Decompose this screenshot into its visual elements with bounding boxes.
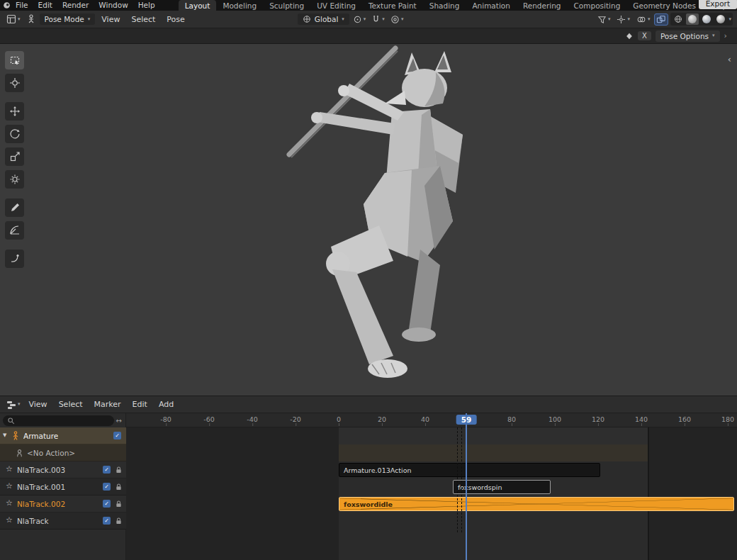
strip-preview-dash: [457, 427, 458, 532]
lock-icon[interactable]: [115, 500, 123, 508]
snap-dropdown[interactable]: ▾: [369, 13, 387, 26]
solo-star-icon[interactable]: ☆: [6, 515, 13, 525]
nla-menu-add[interactable]: Add: [154, 398, 179, 410]
tab-animation[interactable]: Animation: [466, 0, 517, 11]
channel-label: NlaTrack.003: [17, 466, 65, 474]
visibility-filter-dropdown[interactable]: ▾: [595, 13, 613, 26]
channel-checkbox[interactable]: ✓: [113, 432, 121, 439]
solo-star-icon[interactable]: ☆: [6, 481, 13, 491]
lock-icon[interactable]: [115, 466, 123, 474]
viewport-toolbar: [5, 51, 24, 272]
tab-geometry-nodes[interactable]: Geometry Nodes: [626, 0, 702, 11]
tool-scale[interactable]: [5, 147, 24, 166]
playhead-line[interactable]: [466, 413, 467, 560]
menu-render[interactable]: Render: [57, 0, 94, 11]
track-mute-checkbox[interactable]: ✓: [103, 517, 111, 525]
tab-shading[interactable]: Shading: [423, 0, 466, 11]
shading-material-button[interactable]: [700, 13, 713, 25]
ruler-tick: 120: [592, 415, 604, 423]
viewport-editor-icon: [6, 14, 16, 24]
shading-solid-button[interactable]: [686, 13, 699, 25]
channel-nlatrack-003[interactable]: ☆ NlaTrack.003 ✓: [0, 461, 126, 478]
xray-toggle[interactable]: [654, 13, 668, 26]
tab-sculpting[interactable]: Sculpting: [263, 0, 310, 11]
workspace-tabs: Layout Modeling Sculpting UV Editing Tex…: [179, 0, 737, 11]
tab-layout[interactable]: Layout: [179, 0, 217, 11]
track-mute-checkbox[interactable]: ✓: [103, 483, 111, 491]
nla-menu-edit[interactable]: Edit: [128, 398, 152, 410]
collapse-triangle-icon[interactable]: ▼: [3, 432, 6, 438]
tool-rotate[interactable]: [5, 125, 24, 143]
menu-select[interactable]: Select: [126, 13, 160, 26]
pose-icon: [24, 13, 38, 26]
caret-down-icon: ▾: [342, 17, 344, 22]
timeline-ruler[interactable]: -80 -60 -40 -20 0 20 40 80 100 120 140 1…: [126, 413, 737, 427]
strip-influence-curve: [339, 498, 733, 510]
nla-strip-foxswordidle[interactable]: foxswordidle: [339, 497, 734, 511]
menu-file[interactable]: File: [11, 0, 33, 11]
nla-menu-select[interactable]: Select: [54, 398, 88, 410]
menu-window[interactable]: Window: [94, 0, 133, 11]
tool-transform[interactable]: [5, 170, 24, 189]
nla-editor-type-dropdown[interactable]: ▾: [4, 398, 23, 411]
tool-move[interactable]: [5, 102, 24, 121]
lock-icon[interactable]: [115, 517, 123, 525]
channel-label: NlaTrack.002: [17, 500, 65, 508]
tool-box-select[interactable]: [5, 51, 24, 69]
channel-label: <No Action>: [27, 449, 75, 457]
solo-star-icon[interactable]: ☆: [6, 464, 13, 474]
gizmos-dropdown[interactable]: ▾: [614, 13, 632, 26]
menu-view[interactable]: View: [96, 13, 125, 26]
tool-settings-right: X Pose Options ▾ ›: [625, 30, 737, 42]
current-frame-badge[interactable]: 59: [456, 415, 477, 425]
search-input[interactable]: [3, 415, 114, 426]
proportional-edit-dropdown[interactable]: ▾: [388, 13, 406, 26]
keying-set-icon[interactable]: [625, 32, 634, 40]
expand-channels-icon[interactable]: ↔: [116, 417, 125, 425]
nla-menu-view[interactable]: View: [24, 398, 52, 410]
tool-curve-pen[interactable]: [5, 250, 24, 268]
export-button[interactable]: Export: [699, 0, 737, 9]
channel-nlatrack-001[interactable]: ☆ NlaTrack.001 ✓: [0, 478, 126, 495]
tab-modeling[interactable]: Modeling: [216, 0, 263, 11]
nla-strip-foxswordspin[interactable]: foxswordspin: [453, 480, 551, 494]
range-end-marker: [648, 427, 649, 560]
mode-select[interactable]: Pose Mode ▾: [40, 13, 96, 25]
tab-compositing[interactable]: Compositing: [568, 0, 627, 11]
menu-pose[interactable]: Pose: [162, 13, 189, 26]
tool-cursor[interactable]: [5, 74, 24, 92]
menu-edit[interactable]: Edit: [33, 0, 57, 11]
channel-no-action[interactable]: <No Action>: [0, 444, 126, 461]
nla-menu-marker[interactable]: Marker: [89, 398, 126, 410]
menu-help[interactable]: Help: [133, 0, 160, 11]
viewport-3d[interactable]: ‹: [0, 44, 737, 396]
tab-texture-paint[interactable]: Texture Paint: [362, 0, 423, 11]
caret-down-icon: ▾: [18, 17, 21, 22]
character-model[interactable]: [273, 44, 485, 396]
nla-strip-area[interactable]: Armature.013Action foxswordspin foxsword…: [126, 427, 737, 560]
filter-funnel-icon: [597, 15, 607, 24]
channel-armature[interactable]: ▼ Armature ✓: [0, 427, 126, 444]
track-mute-checkbox[interactable]: ✓: [103, 500, 111, 508]
chevron-right-icon[interactable]: ›: [724, 31, 727, 40]
nla-strip-armature-013-action[interactable]: Armature.013Action: [339, 463, 600, 477]
lock-icon[interactable]: [115, 483, 123, 491]
transform-orientation-select[interactable]: Global ▾: [298, 13, 349, 25]
clear-button[interactable]: X: [638, 31, 651, 40]
shading-wireframe-button[interactable]: [672, 13, 685, 25]
blender-logo-icon[interactable]: [3, 1, 11, 9]
tab-uv-editing[interactable]: UV Editing: [310, 0, 362, 11]
channel-nlatrack-002[interactable]: ☆ NlaTrack.002 ✓: [0, 495, 126, 513]
pose-options-select[interactable]: Pose Options ▾: [656, 30, 720, 42]
shading-rendered-button[interactable]: [714, 13, 727, 25]
tool-measure[interactable]: [5, 221, 24, 240]
tool-annotate[interactable]: [5, 198, 24, 217]
overlays-dropdown[interactable]: ▾: [634, 13, 653, 26]
tab-rendering[interactable]: Rendering: [517, 0, 568, 11]
pivot-point-dropdown[interactable]: ▾: [351, 13, 368, 26]
editor-type-dropdown[interactable]: ▾: [4, 13, 23, 26]
track-mute-checkbox[interactable]: ✓: [103, 466, 111, 474]
sidebar-toggle[interactable]: ‹: [728, 54, 731, 65]
channel-nlatrack[interactable]: ☆ NlaTrack ✓: [0, 513, 126, 530]
solo-star-icon[interactable]: ☆: [6, 498, 13, 508]
